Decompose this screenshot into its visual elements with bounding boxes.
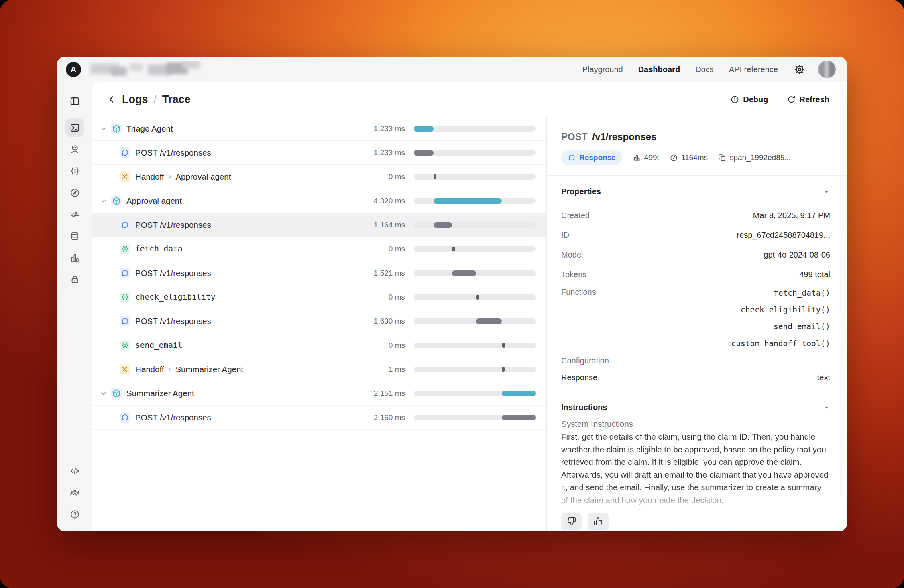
chevron-down-icon[interactable]	[100, 389, 108, 397]
timeline-bar	[452, 247, 455, 251]
breadcrumb-logs[interactable]: Logs	[122, 93, 148, 106]
trace-row-check-eligibility[interactable]: check_eligibility0 ms	[92, 285, 546, 309]
property-row-id: IDresp_67cd24588704819...	[561, 225, 830, 245]
instructions-title: Instructions	[561, 403, 607, 412]
nav-item-docs[interactable]: Docs	[695, 65, 714, 74]
timeline-bar	[502, 415, 536, 420]
sidebar-terminal-icon[interactable]	[65, 118, 84, 137]
property-row-tokens: Tokens499 total	[561, 265, 830, 284]
thumbs-down-icon	[567, 517, 576, 526]
sidebar-bar-chart-icon[interactable]	[65, 248, 84, 267]
timeline-bar	[502, 367, 505, 372]
timeline-bar	[476, 318, 502, 324]
tokens-badge: 499t	[633, 153, 659, 162]
span-detail-header: POST/v1/responses Response 499t	[547, 117, 847, 176]
top-nav: PlaygroundDashboardDocsAPI reference	[582, 65, 778, 74]
trace-row-handoff[interactable]: HandoffSummarizer Agent1 ms	[92, 357, 546, 381]
org-logo[interactable]: A	[66, 62, 81, 77]
trace-row-post-v1-responses[interactable]: POST /v1/responses1,630 ms	[92, 309, 546, 333]
timeline-track	[414, 126, 536, 132]
app-window: A PlaygroundDashboardDocsAPI reference L…	[57, 57, 847, 531]
timeline-track	[414, 270, 536, 276]
sidebar-code-icon[interactable]	[65, 462, 84, 480]
pane-header: Logs / Trace Debug Refresh	[92, 82, 847, 117]
sidebar-assistant-icon[interactable]	[65, 140, 84, 158]
breadcrumb: Logs / Trace	[107, 93, 191, 106]
page-title: Trace	[162, 93, 191, 106]
nav-item-playground[interactable]: Playground	[582, 65, 623, 74]
trace-row-fetch-data[interactable]: fetch_data0 ms	[92, 237, 546, 261]
sidebar-compass-icon[interactable]	[65, 183, 84, 202]
span-label: send_email	[135, 341, 182, 350]
span-path: /v1/responses	[592, 131, 656, 142]
refresh-button[interactable]: Refresh	[787, 95, 829, 104]
sidebar-panel-left-icon[interactable]	[65, 92, 84, 110]
trace-row-summarizer-agent[interactable]: Summarizer Agent2,151 ms	[92, 381, 546, 406]
sidebar-sliders-icon[interactable]	[65, 205, 84, 223]
span-label: Handoff	[135, 172, 164, 182]
thumbs-up-button[interactable]	[588, 513, 609, 530]
trace-row-approval-agent[interactable]: Approval agent4,320 ms	[92, 189, 546, 213]
sidebar-database-icon[interactable]	[65, 227, 84, 245]
span-detail-body: Properties CreatedMar 8, 2025, 9:17 PMID…	[547, 176, 847, 531]
nav-item-api-reference[interactable]: API reference	[729, 65, 778, 74]
functions-label: Functions	[561, 284, 596, 297]
span-method: POST	[561, 131, 587, 142]
back-chevron-icon[interactable]	[107, 95, 116, 104]
span-label: Handoff	[135, 365, 164, 374]
trace-row-triage-agent[interactable]: Triage Agent1,233 ms	[92, 117, 546, 141]
property-label: Model	[561, 250, 583, 260]
main-card: Logs / Trace Debug Refresh	[92, 82, 847, 531]
timeline-bar	[414, 150, 434, 156]
chat-bubble-icon	[120, 219, 130, 230]
trace-row-post-v1-responses[interactable]: POST /v1/responses1,521 ms	[92, 261, 546, 285]
timeline-bar	[452, 270, 476, 276]
trace-row-post-v1-responses[interactable]: POST /v1/responses2,150 ms	[92, 406, 546, 430]
chat-bubble-icon	[120, 147, 130, 158]
trace-row-handoff[interactable]: HandoffApproval agent0 ms	[92, 165, 546, 189]
chevron-down-icon[interactable]	[100, 197, 108, 205]
settings-gear-icon[interactable]	[792, 61, 808, 77]
refresh-icon	[787, 95, 796, 104]
response-format-label: Response	[561, 373, 597, 382]
nav-item-dashboard[interactable]: Dashboard	[638, 65, 680, 74]
handoff-target-label: Approval agent	[175, 172, 231, 182]
property-label: Created	[561, 211, 590, 220]
thumbs-down-button[interactable]	[561, 513, 582, 530]
property-label: ID	[561, 231, 569, 240]
chat-bubble-icon	[120, 316, 130, 326]
function-name: fetch_data()	[774, 284, 830, 301]
span-label: POST /v1/responses	[135, 220, 211, 230]
tokens-value: 499t	[644, 153, 659, 162]
icon-sidebar	[57, 82, 92, 531]
collapse-caret-icon[interactable]	[823, 188, 830, 195]
trace-row-send-email[interactable]: send_email0 ms	[92, 333, 546, 357]
debug-button[interactable]: Debug	[730, 95, 768, 104]
trace-row-post-v1-responses[interactable]: POST /v1/responses1,164 ms	[92, 213, 546, 237]
response-format-value: text	[817, 373, 830, 382]
chat-bubble-icon	[568, 154, 576, 162]
timeline-track	[414, 318, 536, 324]
collapse-caret-icon[interactable]	[823, 404, 830, 411]
span-id-badge[interactable]: span_1992ed85...	[718, 153, 791, 162]
trace-row-post-v1-responses[interactable]: POST /v1/responses1,233 ms	[92, 141, 546, 165]
timeline-track	[414, 198, 536, 204]
sidebar-bottom-group	[65, 462, 84, 523]
chevron-down-icon[interactable]	[100, 125, 108, 133]
sidebar-braces-icon[interactable]	[65, 162, 84, 180]
trace-span-list: Triage Agent1,233 msPOST /v1/responses1,…	[92, 117, 547, 531]
sidebar-lock-icon[interactable]	[65, 270, 84, 288]
property-value: 499 total	[799, 270, 830, 279]
span-label: POST /v1/responses	[135, 413, 211, 422]
chat-bubble-icon	[120, 268, 130, 278]
span-label: Summarizer Agent	[126, 389, 194, 398]
configuration-label: Configuration	[561, 356, 609, 365]
sidebar-people-icon[interactable]	[65, 483, 84, 502]
debug-label: Debug	[743, 95, 768, 104]
properties-title: Properties	[561, 187, 601, 196]
sidebar-help-icon[interactable]	[65, 505, 84, 523]
function-name: check_eligibility()	[741, 301, 830, 318]
response-badge[interactable]: Response	[561, 150, 622, 165]
user-avatar[interactable]	[818, 61, 836, 78]
info-icon	[730, 95, 739, 104]
